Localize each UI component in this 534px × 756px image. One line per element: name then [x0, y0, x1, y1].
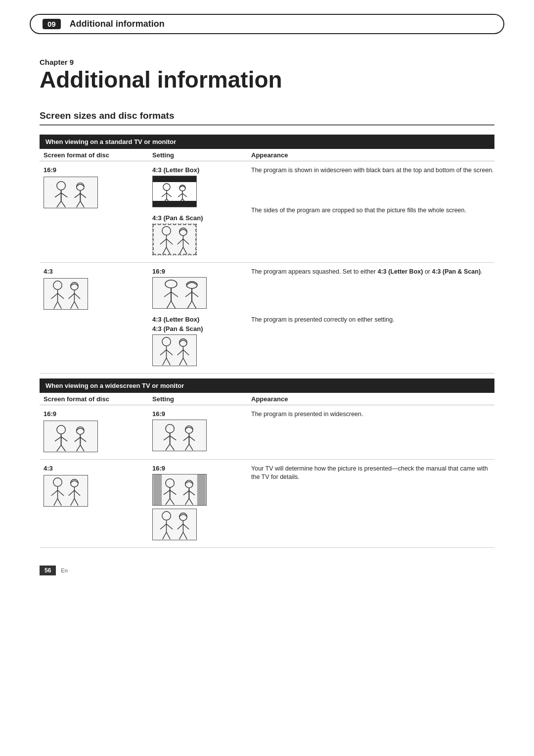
setting-image-wide	[152, 420, 207, 451]
svg-line-125	[167, 524, 173, 529]
svg-line-53	[171, 301, 176, 309]
svg-line-15	[167, 193, 172, 197]
setting-cell: 16:9	[148, 410, 247, 453]
svg-rect-121	[197, 474, 206, 505]
appearance-text-2: The sides of the program are cropped so …	[251, 206, 494, 215]
svg-line-44	[69, 293, 75, 299]
svg-line-59	[192, 301, 196, 309]
disc-cell: 4:3	[40, 268, 148, 312]
svg-line-70	[179, 358, 183, 365]
section-title: Screen sizes and disc formats	[40, 110, 494, 126]
page-language: En	[61, 567, 67, 573]
svg-line-10	[77, 201, 81, 207]
col-setting-header: Setting	[148, 395, 247, 403]
svg-point-96	[53, 477, 62, 486]
svg-line-126	[163, 532, 167, 539]
disc-format-label: 16:9	[44, 410, 148, 418]
table-container: When viewing on a standard TV or monitor…	[40, 135, 494, 548]
table-row: 16:9	[40, 161, 494, 263]
svg-line-39	[58, 293, 64, 299]
svg-line-21	[182, 193, 187, 197]
svg-line-8	[75, 193, 81, 198]
disc-format-label: 4:3	[44, 465, 148, 472]
col-headers-standard: Screen format of disc Setting Appearance	[40, 149, 494, 161]
svg-line-77	[61, 445, 66, 451]
setting-image-letterbox	[152, 176, 197, 207]
appearance-cell: The program is shown in widescreen with …	[247, 166, 494, 215]
svg-point-108	[166, 478, 174, 487]
svg-line-74	[55, 437, 61, 441]
svg-line-133	[183, 532, 187, 539]
svg-line-86	[164, 436, 170, 440]
chapter-main-title: Additional information	[40, 67, 494, 93]
disc-format-label: 4:3	[44, 268, 148, 275]
svg-rect-120	[153, 474, 162, 505]
svg-line-89	[170, 444, 175, 450]
svg-line-99	[58, 490, 64, 496]
svg-line-82	[77, 445, 81, 451]
svg-point-0	[57, 181, 65, 189]
setting-cell: 16:9	[148, 268, 247, 368]
setting-cell: 16:9	[148, 465, 247, 542]
svg-line-119	[189, 498, 193, 505]
setting-label: 4:3 (Pan & Scan)	[152, 214, 247, 222]
svg-line-29	[167, 247, 171, 254]
disc-cell: 4:3	[40, 465, 148, 509]
chapter-label: Chapter 9	[40, 58, 494, 66]
svg-line-52	[167, 301, 171, 309]
svg-point-48	[165, 280, 177, 288]
col-appearance-header: Appearance	[247, 151, 494, 159]
appearance-text-4: The program is presented correctly on ei…	[251, 316, 494, 325]
svg-line-92	[183, 436, 189, 441]
standard-tv-header: When viewing on a standard TV or monitor	[40, 135, 494, 149]
svg-line-5	[61, 201, 66, 207]
svg-line-98	[51, 490, 58, 496]
col-disc-header: Screen format of disc	[40, 395, 148, 403]
svg-line-87	[170, 436, 177, 440]
svg-line-127	[167, 532, 171, 539]
table-row: 16:9 16:9	[40, 405, 494, 460]
svg-line-32	[178, 239, 183, 244]
svg-line-101	[58, 498, 62, 506]
chapter-number-badge: 09	[43, 19, 61, 29]
svg-line-9	[80, 193, 86, 198]
svg-line-64	[163, 358, 167, 365]
svg-line-35	[183, 247, 187, 254]
svg-line-93	[189, 436, 195, 441]
appearance-text-3: The program appears squashed. Set to eit…	[251, 268, 494, 277]
svg-line-69	[183, 350, 189, 355]
svg-line-51	[171, 292, 178, 297]
svg-line-63	[167, 350, 173, 355]
table-row: 4:3 16:9	[40, 263, 494, 374]
svg-line-65	[167, 358, 171, 365]
svg-line-76	[57, 445, 61, 451]
svg-line-68	[178, 350, 183, 355]
svg-line-58	[187, 301, 192, 309]
svg-line-81	[80, 437, 86, 442]
svg-line-95	[189, 444, 193, 450]
svg-point-72	[57, 425, 65, 433]
svg-line-41	[58, 301, 62, 309]
svg-line-2	[55, 193, 61, 197]
svg-line-17	[167, 199, 170, 202]
svg-line-71	[183, 358, 187, 365]
svg-line-110	[164, 490, 170, 495]
svg-line-56	[185, 292, 192, 297]
col-appearance-header: Appearance	[247, 395, 494, 403]
disc-cell: 16:9	[40, 166, 148, 210]
svg-line-105	[74, 490, 80, 496]
svg-line-83	[80, 445, 84, 451]
svg-line-50	[164, 292, 171, 297]
svg-line-88	[166, 444, 170, 450]
svg-line-47	[74, 301, 78, 309]
setting-image-panscan	[152, 224, 197, 255]
svg-line-11	[80, 201, 84, 207]
svg-line-45	[74, 293, 80, 299]
col-disc-header: Screen format of disc	[40, 151, 148, 159]
page-number: 56	[40, 566, 56, 575]
svg-line-100	[54, 498, 58, 506]
widescreen-tv-header: When viewing on a widescreen TV or monit…	[40, 378, 494, 393]
svg-line-22	[179, 199, 182, 202]
page-footer: 56 En	[40, 566, 494, 575]
col-setting-header: Setting	[148, 151, 247, 159]
